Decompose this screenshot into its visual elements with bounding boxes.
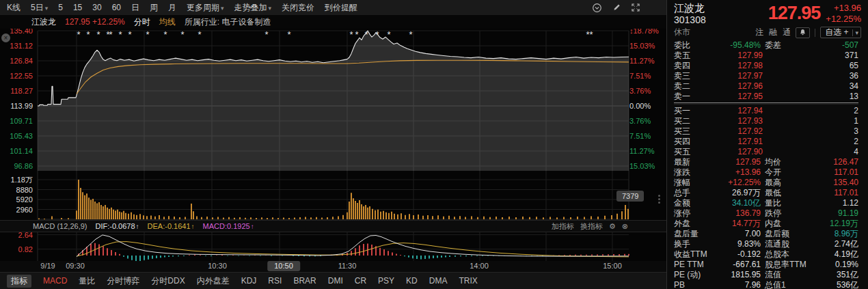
toolbar-item-更多周期[interactable]: 更多周期▾	[187, 2, 224, 14]
switch-indicator-button[interactable]: 换指标	[580, 221, 603, 232]
bid-price: 127.93	[701, 116, 763, 126]
bid-label: 买二	[674, 116, 701, 126]
svg-text:*: *	[77, 29, 80, 40]
ask-price: 127.99	[701, 51, 763, 61]
stat-value: 1.12	[814, 198, 858, 208]
volume-axis-label: 1.18万	[0, 176, 33, 184]
tab-内外盘差[interactable]: 内外盘差	[197, 275, 230, 287]
bid-volume: 2	[763, 106, 858, 116]
chart-column: K线5日▾5153060日周月更多周期▾走势叠加▾关闭竞价到价提醒 江波龙 12…	[0, 0, 666, 289]
time-tick-11:30: 11:30	[338, 262, 357, 270]
tab-TRIX[interactable]: TRIX	[459, 276, 477, 286]
toolbar-item-关闭竞价[interactable]: 关闭竞价	[282, 2, 314, 14]
industry-label[interactable]: 所属行业: 电子设备制造	[185, 16, 271, 28]
dea-value: DEA:-0.1641↑	[148, 222, 195, 230]
add-indicator-button[interactable]: 加指标	[552, 221, 574, 232]
svg-text:*: *	[86, 29, 90, 40]
percent-axis-label: 7.51%	[629, 132, 664, 141]
toolbar-item-K线[interactable]: K线	[7, 2, 21, 14]
stat-value: 0.19%	[814, 260, 858, 270]
svg-text:*: *	[364, 29, 368, 40]
ask-label: 卖四	[674, 61, 701, 71]
time-tick-09:30: 09:30	[66, 262, 85, 270]
tab-量比[interactable]: 量比	[79, 275, 95, 287]
toolbar-item-30[interactable]: 30	[92, 3, 101, 12]
weibi-label: 委比	[674, 40, 712, 51]
toolbar-item-60[interactable]: 60	[112, 3, 121, 12]
bid-label: 买三	[674, 126, 701, 137]
price-axis-label: 101.14	[0, 147, 33, 156]
history-circle-icon[interactable]	[592, 3, 602, 13]
percent-axis-label: 0.00%	[629, 102, 664, 111]
tab-KDJ[interactable]: KDJ	[241, 276, 257, 286]
stat-label: 总值1	[765, 280, 810, 289]
weicha-value: -507	[814, 40, 858, 51]
avg-line-toggle[interactable]: 均线	[159, 16, 176, 28]
close-indicator-icon[interactable]: ⊗	[622, 222, 628, 231]
stat-label: 涨幅	[674, 178, 712, 188]
stat-value: 2.74亿	[814, 239, 858, 249]
tab-RSI[interactable]: RSI	[268, 276, 282, 286]
ask-volume: 34	[763, 81, 858, 92]
order-imbalance-row: 委比-95.48%委差-507	[674, 40, 858, 51]
weibi-value: -95.48%	[716, 40, 761, 51]
ask-volume: 36	[763, 71, 858, 81]
tab-DMA[interactable]: DMA	[429, 276, 448, 286]
tab-MACD[interactable]: MACD	[43, 276, 67, 286]
price-axis-label: 126.84	[0, 57, 33, 66]
stat-label: 外盘	[674, 219, 712, 229]
tab-分时博弈[interactable]: 分时博弈	[107, 275, 139, 287]
fullscreen-icon[interactable]	[631, 3, 640, 12]
toolbar-item-周[interactable]: 周	[150, 2, 158, 14]
up-arrow-icon: ↑	[251, 223, 254, 230]
quote-panel: 江波龙 301308 127.95 +13.96 +12.25% 休市 注融通 …	[666, 0, 868, 289]
add-watchlist-button[interactable]: 自选 + ▾	[820, 27, 861, 38]
percent-axis-label: 15.03%	[629, 42, 664, 51]
stat-value: 7.00	[716, 229, 761, 239]
time-tick-10:30: 10:30	[208, 262, 227, 270]
chart-type-label[interactable]: 分时	[134, 16, 150, 28]
svg-text:*: *	[409, 29, 412, 40]
tab-CR[interactable]: CR	[355, 276, 366, 286]
stat-value: 127.95	[716, 157, 761, 167]
stat-value: 14.77万	[716, 219, 761, 229]
toolbar-item-到价提醒[interactable]: 到价提醒	[325, 2, 357, 14]
percent-axis-label: ↕18.78%	[629, 29, 664, 36]
svg-text:*: *	[128, 29, 131, 40]
intraday-chart[interactable]: ********************* × MACD (12,26,9) D…	[0, 29, 666, 261]
stat-label: 收益TTM	[674, 249, 712, 260]
svg-text:*: *	[349, 29, 353, 40]
percent-axis-label: 3.76%	[629, 117, 664, 126]
stat-value: 4.19亿	[814, 249, 858, 260]
macd-params-label: MACD (12,26,9)	[33, 222, 87, 230]
price-axis-label: 96.86	[0, 162, 33, 171]
bid-volume: 1	[763, 116, 858, 126]
stat-label: 流通股	[765, 239, 810, 249]
tab-PSY[interactable]: PSY	[378, 276, 394, 286]
toolbar-item-走势叠加[interactable]: 走势叠加▾	[234, 2, 272, 14]
tab-分时DDX[interactable]: 分时DDX	[151, 275, 185, 287]
ask-row: 卖二127.9634	[674, 81, 858, 92]
tab-KD[interactable]: KD	[406, 276, 418, 286]
alert-bell-icon[interactable]	[796, 27, 810, 38]
bid-row: 买二127.931	[674, 116, 858, 126]
toolbar-item-5日[interactable]: 5日▾	[31, 2, 48, 14]
stat-label: 盘后量	[674, 229, 712, 239]
settings-gear-icon[interactable]: ⚙	[609, 222, 616, 231]
tab-BRAR[interactable]: BRAR	[293, 276, 316, 286]
toolbar-item-月[interactable]: 月	[168, 2, 176, 14]
percent-axis-label: 7.51%	[629, 72, 664, 81]
percent-axis-label: 15.03%	[629, 162, 664, 171]
stat-value: 126.47	[814, 157, 858, 167]
draw-pen-icon[interactable]	[612, 3, 621, 12]
pane-resize-handle[interactable]	[658, 195, 660, 204]
tab-DMI[interactable]: DMI	[328, 276, 343, 286]
toolbar-item-5[interactable]: 5	[58, 3, 63, 12]
price-change: +13.96	[826, 3, 861, 14]
toolbar-item-日[interactable]: 日	[131, 2, 139, 14]
toolbar-item-15[interactable]: 15	[73, 3, 82, 12]
stock-name: 江波龙	[674, 2, 706, 14]
bid-row: 买四127.912	[674, 137, 858, 147]
indicator-menu-button[interactable]: 指标	[7, 275, 31, 288]
watchlist-dropdown-caret[interactable]: ▾	[852, 29, 860, 36]
